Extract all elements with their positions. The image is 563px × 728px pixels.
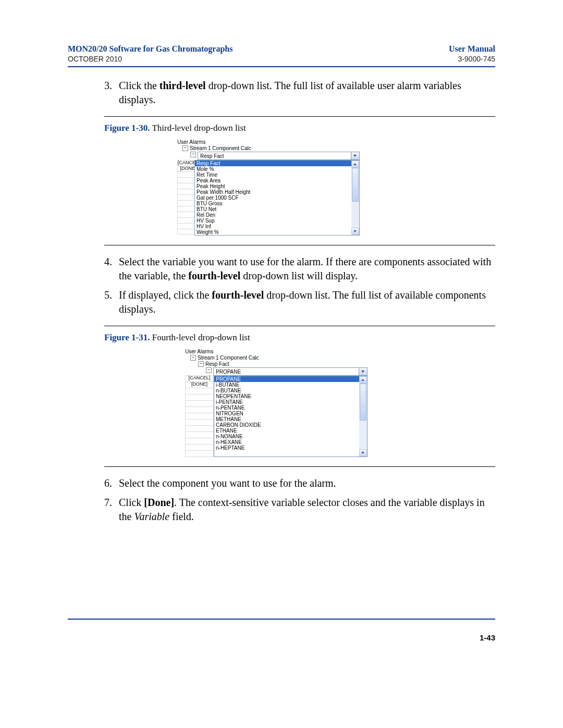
- list-item[interactable]: Gal per 1000 SCF: [195, 195, 351, 201]
- list-item[interactable]: n-BUTANE: [214, 388, 359, 393]
- list-item[interactable]: HV Sup: [195, 218, 351, 224]
- step-num: 3.: [104, 79, 119, 107]
- list-item[interactable]: Ret Time: [195, 172, 351, 178]
- collapse-icon[interactable]: –: [190, 355, 196, 361]
- component-listbox[interactable]: PROPANE i-BUTANE n-BUTANE NEOPENTANE i-P…: [214, 376, 368, 457]
- step-6: 6. Select the component you want to use …: [104, 476, 495, 490]
- done-term: [Done]: [144, 497, 174, 508]
- step-4: 4. Select the variable you want to use f…: [104, 255, 495, 283]
- header-divider: [68, 66, 495, 67]
- step-3: 3. Click the third-level drop-down list.…: [104, 79, 495, 107]
- list-item[interactable]: PROPANE: [214, 376, 359, 382]
- variable-listbox[interactable]: Resp Fact Mole % Ret Time Peak Area Peak…: [194, 160, 360, 236]
- scroll-up-icon[interactable]: [351, 161, 359, 168]
- list-item[interactable]: Rel Den: [195, 212, 351, 218]
- third-level-select[interactable]: Resp Fact: [198, 152, 360, 160]
- tree-root: User Alarms: [177, 139, 205, 145]
- list-item[interactable]: BTU Gross: [195, 201, 351, 206]
- collapse-icon[interactable]: –: [198, 361, 204, 367]
- scroll-up-icon[interactable]: [359, 376, 367, 384]
- variable-field-term: Variable: [134, 511, 169, 522]
- tree-root: User Alarms: [185, 349, 213, 354]
- step-5: 5. If displayed, click the fourth-level …: [104, 288, 495, 316]
- list-item[interactable]: Mole %: [195, 166, 351, 172]
- collapse-icon[interactable]: –: [206, 367, 212, 373]
- figure-divider: [104, 116, 495, 117]
- list-item[interactable]: ETHANE: [214, 428, 359, 434]
- figure-30-caption: Figure 1-30. Third-level drop-down list: [104, 123, 495, 133]
- list-item[interactable]: n-HEXANE: [214, 439, 359, 445]
- step-num: 6.: [104, 476, 119, 490]
- fourth-level-select[interactable]: PROPANE: [213, 367, 368, 376]
- doc-date: OCTOBER 2010: [68, 55, 122, 63]
- scrollbar[interactable]: [351, 161, 359, 235]
- list-item[interactable]: Peak Area: [195, 178, 351, 183]
- collapse-icon[interactable]: –: [190, 152, 196, 157]
- tree-l3[interactable]: Resp Fact: [205, 361, 229, 367]
- third-level-term: third-level: [160, 80, 206, 91]
- fourth-level-term: fourth-level: [188, 270, 240, 281]
- fourth-level-term: fourth-level: [212, 289, 264, 301]
- step-num: 4.: [104, 255, 119, 283]
- list-item[interactable]: i-PENTANE: [214, 399, 359, 405]
- figure-30-screenshot: User Alarms –Stream 1 Component Calc – R…: [177, 139, 360, 236]
- figure-31-caption: Figure 1-31. Fourth-level drop-down list: [104, 332, 495, 343]
- collapse-icon[interactable]: –: [182, 145, 188, 151]
- footer-divider: [68, 619, 495, 620]
- list-item[interactable]: NEOPENTANE: [214, 393, 359, 399]
- doc-number: 3-9000-745: [458, 55, 495, 63]
- list-item[interactable]: NITROGEN: [214, 411, 359, 416]
- list-item[interactable]: Resp Fact: [195, 161, 351, 166]
- list-item[interactable]: n-NONANE: [214, 434, 359, 439]
- list-item[interactable]: METHANE: [214, 416, 359, 422]
- tree-l2[interactable]: Stream 1 Component Calc: [198, 355, 259, 361]
- list-item[interactable]: Peak Height: [195, 183, 351, 189]
- list-item[interactable]: Weight %: [195, 229, 351, 235]
- list-item[interactable]: i-BUTANE: [214, 382, 359, 388]
- list-item[interactable]: Peak Width Half Height: [195, 189, 351, 195]
- doc-title-left: MON20/20 Software for Gas Chromatographs: [68, 44, 232, 54]
- chevron-down-icon[interactable]: [359, 368, 367, 375]
- doc-title-right: User Manual: [449, 44, 495, 54]
- step-7: 7. Click [Done]. The context-sensitive v…: [104, 496, 495, 524]
- step-num: 7.: [104, 496, 119, 524]
- list-item[interactable]: BTU Net: [195, 206, 351, 212]
- scroll-down-icon[interactable]: [351, 228, 359, 235]
- scrollbar[interactable]: [359, 376, 367, 456]
- figure-divider: [104, 245, 495, 245]
- chevron-down-icon[interactable]: [351, 152, 359, 159]
- step-num: 5.: [104, 288, 119, 316]
- list-item[interactable]: CARBON DIOXIDE: [214, 422, 359, 428]
- figure-divider: [104, 466, 495, 467]
- list-item[interactable]: n-HEPTANE: [214, 445, 359, 451]
- list-item[interactable]: n-PENTANE: [214, 405, 359, 411]
- list-item[interactable]: HV Inf: [195, 224, 351, 229]
- page-number: 1-43: [480, 633, 495, 642]
- figure-31-screenshot: User Alarms –Stream 1 Component Calc –Re…: [185, 348, 368, 457]
- tree-l2[interactable]: Stream 1 Component Calc: [190, 145, 251, 151]
- scroll-down-icon[interactable]: [359, 449, 367, 456]
- figure-divider: [104, 326, 495, 326]
